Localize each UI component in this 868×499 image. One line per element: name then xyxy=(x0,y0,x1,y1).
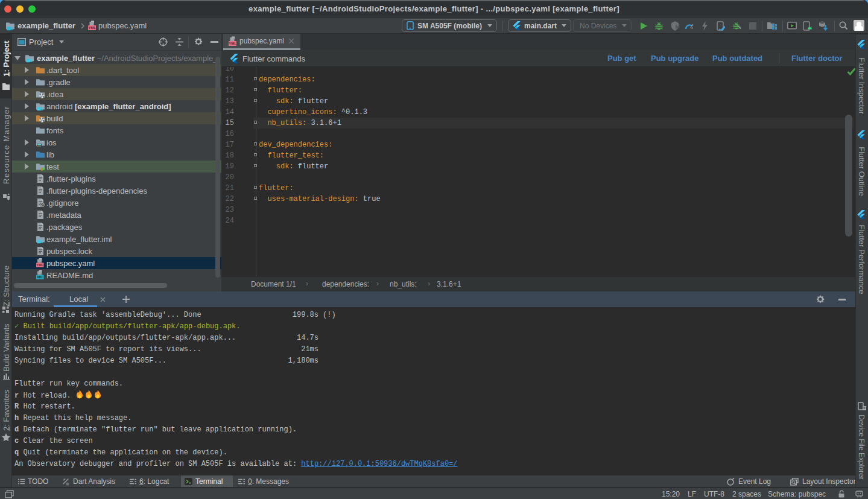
svg-text:YML: YML xyxy=(36,263,43,267)
svg-text:MD: MD xyxy=(37,275,43,279)
svg-text:YML: YML xyxy=(229,42,236,45)
svg-text:YML: YML xyxy=(88,26,96,30)
